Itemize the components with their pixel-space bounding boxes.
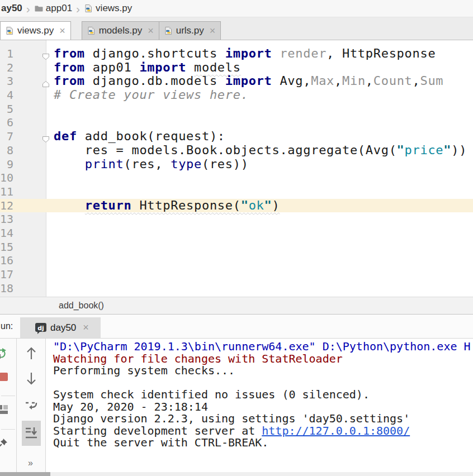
pycharm-window: ay50 › app01 › views.py views.py × model… xyxy=(0,0,473,476)
breadcrumb-label: views.py xyxy=(96,3,132,14)
code-text: from django.db.models import Avg,Max,Min… xyxy=(54,74,443,88)
code-text: def add_book(request): xyxy=(54,130,225,144)
run-toolwindow-label: un: xyxy=(0,321,13,331)
console-line xyxy=(53,377,473,389)
pin-tab-button[interactable] xyxy=(0,437,9,449)
context-function[interactable]: add_book() xyxy=(59,301,104,311)
horizontal-scrollbar[interactable] xyxy=(0,472,473,476)
breadcrumb-label: ay50 xyxy=(1,3,22,14)
code-line[interactable]: 10 xyxy=(0,171,473,185)
soft-wrap-button[interactable] xyxy=(24,399,39,413)
code-text: res = models.Book.objects.aggregate(Avg(… xyxy=(54,144,467,158)
code-line[interactable]: 7def add_book(request): xyxy=(0,130,473,144)
tab-urls-py[interactable]: urls.py × xyxy=(159,21,221,40)
line-number[interactable]: 15 xyxy=(0,240,13,254)
line-number[interactable]: 4 xyxy=(0,88,13,102)
line-number[interactable]: 18 xyxy=(0,282,13,296)
line-number[interactable]: 13 xyxy=(0,212,13,226)
line-number[interactable]: 11 xyxy=(0,185,13,199)
editor-rows: 1from django.shortcuts import render, Ht… xyxy=(0,40,473,297)
code-line[interactable]: 13 xyxy=(0,212,473,226)
horizontal-scrollbar-thumb[interactable] xyxy=(0,472,50,476)
code-line[interactable]: 2from app01 import models xyxy=(0,61,473,75)
scroll-to-end-button[interactable] xyxy=(25,426,38,440)
console-toolbar: » xyxy=(17,339,46,472)
line-number[interactable]: 1 xyxy=(0,47,13,61)
code-editor[interactable]: 1from django.shortcuts import render, Ht… xyxy=(0,40,473,297)
code-line[interactable]: 17 xyxy=(0,268,473,282)
line-number[interactable]: 14 xyxy=(0,226,13,240)
code-line[interactable]: 12 return HttpResponse("ok") xyxy=(0,199,473,213)
run-console-output[interactable]: "D:\PyCharm 2019.1.3\bin\runnerw64.exe" … xyxy=(46,339,473,472)
line-number[interactable]: 12 xyxy=(0,199,13,213)
tab-models-py[interactable]: models.py × xyxy=(82,21,159,40)
code-text: from app01 import models xyxy=(54,61,241,75)
code-line[interactable]: 8 res = models.Book.objects.aggregate(Av… xyxy=(0,144,473,158)
breadcrumb-item-package[interactable]: app01 xyxy=(34,3,72,14)
code-line[interactable]: 14 xyxy=(0,226,473,240)
line-number[interactable]: 17 xyxy=(0,268,13,282)
fold-marker[interactable] xyxy=(42,77,50,84)
breadcrumb-label: app01 xyxy=(46,3,72,14)
toolbar-divider xyxy=(1,396,15,396)
up-stack-trace-button[interactable] xyxy=(25,346,37,361)
line-number[interactable]: 6 xyxy=(0,116,13,130)
run-tab-day50[interactable]: day50 × xyxy=(20,317,101,338)
folder-icon xyxy=(34,4,43,13)
line-number[interactable]: 5 xyxy=(0,102,13,116)
breadcrumb-item-project[interactable]: ay50 xyxy=(1,3,22,14)
line-number[interactable]: 2 xyxy=(0,61,13,75)
line-number[interactable]: 9 xyxy=(0,158,13,172)
fold-marker[interactable] xyxy=(42,50,50,57)
code-line[interactable]: 18 xyxy=(0,282,473,296)
close-icon[interactable]: × xyxy=(148,25,154,37)
line-number[interactable]: 10 xyxy=(0,171,13,185)
python-file-icon xyxy=(87,26,96,35)
run-tab-label: day50 xyxy=(50,322,76,334)
console-line: "D:\PyCharm 2019.1.3\bin\runnerw64.exe" … xyxy=(53,341,473,353)
restore-layout-button[interactable] xyxy=(0,403,9,416)
line-number[interactable]: 3 xyxy=(0,74,13,88)
console-line: May 20, 2020 - 23:18:14 xyxy=(53,401,473,413)
stop-button[interactable] xyxy=(0,372,8,382)
line-number[interactable]: 7 xyxy=(0,130,13,144)
console-line: Performing system checks... xyxy=(53,365,473,377)
code-text: print(res, type(res)) xyxy=(54,158,249,172)
code-line[interactable]: 1from django.shortcuts import render, Ht… xyxy=(0,47,473,61)
code-line[interactable]: 3from django.db.models import Avg,Max,Mi… xyxy=(0,74,473,88)
close-icon[interactable]: × xyxy=(83,322,89,334)
code-line[interactable]: 5 xyxy=(0,102,473,116)
code-line[interactable]: 11 xyxy=(0,185,473,199)
more-options-button[interactable]: » xyxy=(17,458,45,468)
python-file-icon xyxy=(84,4,93,13)
tab-views-py[interactable]: views.py × xyxy=(0,21,71,40)
console-line: Watching for file changes with StatReloa… xyxy=(53,353,473,365)
context-bar: add_book() xyxy=(0,297,473,315)
breadcrumb-item-file[interactable]: views.py xyxy=(84,3,132,14)
code-text: # Create your views here. xyxy=(54,88,249,102)
console-line: System check identified no issues (0 sil… xyxy=(53,389,473,401)
tab-label: models.py xyxy=(99,25,142,36)
line-number[interactable]: 16 xyxy=(0,254,13,268)
code-line[interactable]: 4# Create your views here. xyxy=(0,88,473,102)
close-icon[interactable]: × xyxy=(59,25,65,37)
run-toolwindow-header: un: day50 × xyxy=(0,315,473,339)
close-icon[interactable]: × xyxy=(210,25,216,37)
code-line[interactable]: 19 xyxy=(0,295,473,297)
code-line[interactable]: 16 xyxy=(0,254,473,268)
line-number[interactable]: 8 xyxy=(0,144,13,158)
fold-marker[interactable] xyxy=(42,132,50,140)
code-text: from django.shortcuts import render, Htt… xyxy=(54,47,436,61)
down-stack-trace-button[interactable] xyxy=(25,371,37,385)
django-icon xyxy=(35,322,47,334)
code-line[interactable]: 15 xyxy=(0,240,473,254)
python-file-icon xyxy=(5,26,14,35)
code-text: return HttpResponse("ok") xyxy=(54,199,280,213)
python-file-icon xyxy=(164,26,173,35)
toolbar-divider xyxy=(1,429,15,430)
code-line[interactable]: 6 xyxy=(0,116,473,130)
line-number[interactable]: 19 xyxy=(0,295,13,297)
console-link[interactable]: http://127.0.0.1:8000/ xyxy=(262,424,410,437)
code-line[interactable]: 9 print(res, type(res)) xyxy=(0,158,473,172)
rerun-button[interactable] xyxy=(0,348,8,360)
